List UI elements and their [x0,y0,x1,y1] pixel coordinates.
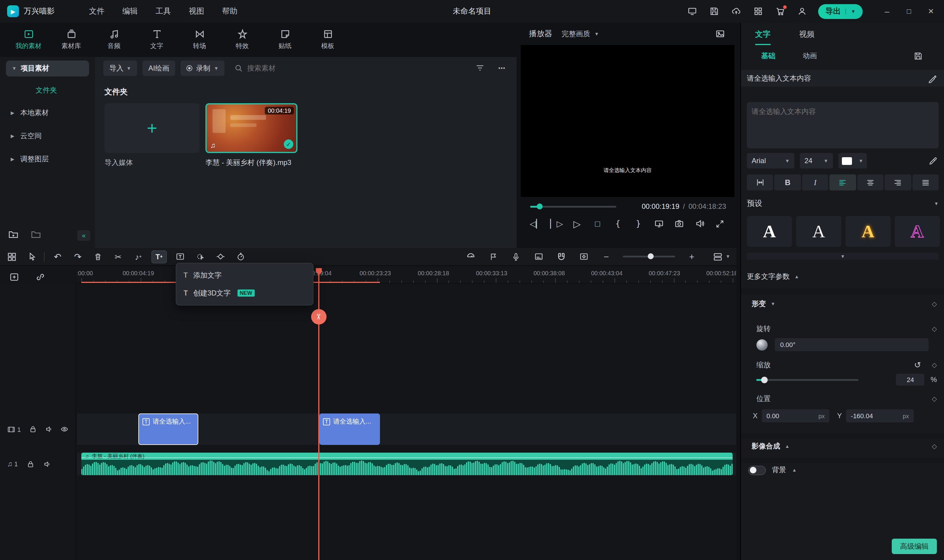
track-view-toggle[interactable]: ▼ [713,252,730,261]
zoom-in-icon[interactable]: + [686,250,697,263]
export-button[interactable]: 导出 ▼ [818,4,863,19]
sidebar-item-cloud[interactable]: ▶ 云空间 [0,128,95,143]
more-options-icon[interactable]: ⋯ [496,62,508,75]
add-track-icon[interactable] [8,271,20,283]
maximize-button[interactable]: □ [903,5,915,18]
collapse-up-icon[interactable]: ▲ [794,274,799,279]
eyedropper-icon[interactable] [927,154,939,167]
rotate-knob[interactable] [756,339,768,350]
rotate-keyframe-icon[interactable]: ◇ [932,325,937,333]
text-preset-2[interactable]: A [796,216,841,247]
scale-keyframe-icon[interactable]: ◇ [932,361,937,369]
advanced-edit-button[interactable]: 高级编辑 [892,538,937,554]
preview-canvas[interactable]: 请全选输入文本内容 [521,45,734,197]
align-justify-button[interactable] [912,174,939,191]
scale-reset-icon[interactable]: ↺ [912,358,924,371]
account-icon[interactable] [796,5,808,18]
add-text-icon[interactable]: T+ [151,250,167,263]
scale-slider[interactable] [756,379,859,380]
playback-progress-bar[interactable] [530,206,616,207]
volume-icon[interactable] [694,217,706,230]
position-y-input[interactable]: -160.04 px [846,409,914,422]
more-text-params-label[interactable]: 更多文字参数 [747,272,790,282]
mark-out-button[interactable]: } [632,217,644,230]
sidebar-item-project[interactable]: ▼ 项目素材 [6,60,89,77]
split-playhead-button[interactable]: ✂ [311,309,327,325]
subtab-animation[interactable]: 动画 [803,51,817,61]
import-media-tile[interactable]: + 导入媒体 [105,103,199,168]
sidebar-item-local[interactable]: ▶ 本地素材 [0,105,95,120]
undo-icon[interactable]: ↶ [52,250,63,263]
volume-envelope-line[interactable] [81,457,733,458]
compositing-keyframe-icon[interactable]: ◇ [932,443,937,450]
minimize-button[interactable]: – [881,5,893,18]
import-button[interactable]: 导入▼ [103,60,137,76]
tab-transitions[interactable]: 转场 [187,29,213,51]
subtitle-icon[interactable] [532,250,544,263]
font-size-select[interactable]: 24▼ [800,153,833,168]
tab-properties-text[interactable]: 文字 [755,29,771,40]
align-right-button[interactable] [885,174,911,191]
progress-handle[interactable] [537,203,543,209]
mark-in-button[interactable]: { [612,217,624,230]
text-preset-4[interactable]: A [895,216,940,247]
cloud-upload-icon[interactable] [730,5,742,18]
tab-stock-media[interactable]: 素材库 [58,29,84,51]
next-frame-button[interactable]: ▏▷ [551,217,563,230]
mirror-display-icon[interactable] [653,217,665,230]
voiceover-mic-icon[interactable] [510,250,522,263]
rotate-input[interactable]: 0.00° [775,338,929,351]
media-item-audio-file[interactable]: 00:04:19 ♫ ✓ 李慧 - 美丽乡村 (伴奏).mp3 [205,103,298,168]
folder-icon[interactable] [30,228,42,241]
filter-icon[interactable] [474,62,486,75]
redo-icon[interactable]: ↷ [72,250,84,263]
letter-spacing-button[interactable] [747,174,773,191]
mute-track-icon[interactable] [45,423,53,436]
tab-audio[interactable]: 音频 [101,29,127,51]
tab-my-media[interactable]: 我的素材 [15,29,42,51]
fullscreen-icon[interactable] [714,217,726,230]
select-cursor-icon[interactable] [26,250,38,263]
sidebar-item-adjust[interactable]: ▶ 调整图层 [0,151,95,167]
smart-cutout-icon[interactable] [194,250,206,263]
bold-button[interactable]: B [774,174,801,191]
collapse-sidebar-button[interactable]: « [77,230,90,241]
marker-flag-icon[interactable] [487,250,499,263]
save-preset-icon[interactable] [912,49,924,62]
menu-item-add-text[interactable]: T 添加文字 [176,266,313,284]
scale-value-input[interactable]: 24 [896,374,925,386]
lock-track-icon[interactable] [28,423,37,436]
scale-slider-handle[interactable] [761,376,768,383]
text-clip[interactable]: T 请全选输入... [319,414,380,445]
mute-track-icon[interactable] [43,457,51,471]
background-toggle[interactable] [748,465,766,475]
hide-track-icon[interactable] [60,423,69,436]
delete-icon[interactable] [92,250,104,263]
tab-effects[interactable]: 特效 [229,29,255,51]
split-scissors-icon[interactable]: ✂ [112,250,124,263]
search-input[interactable] [247,64,318,72]
save-project-icon[interactable] [708,5,720,18]
play-button[interactable]: ▷ [571,217,583,230]
text-preset-3[interactable]: A [845,216,890,247]
beat-detect-icon[interactable]: ♪+ [133,250,144,263]
render-preview-icon[interactable] [465,250,477,263]
zoom-slider-handle[interactable] [648,253,654,259]
compositing-section-label[interactable]: 影像合成 [752,442,780,451]
keyframe-icon[interactable] [214,250,226,263]
canvas-text-overlay[interactable]: 请全选输入文本内容 [521,167,734,174]
audio-clip[interactable]: ♫ 李慧 - 美丽乡村 (伴奏) [81,452,733,475]
display-mode-icon[interactable] [686,5,698,18]
apps-grid-icon[interactable] [752,5,764,18]
preset-collapse-icon[interactable]: ▼ [934,201,939,206]
collapse-up-icon[interactable]: ▲ [792,468,797,473]
align-center-button[interactable] [857,174,884,191]
ai-paint-button[interactable]: AI绘画 [142,60,176,76]
add-keyframe-icon[interactable] [578,250,589,263]
tab-stickers[interactable]: 贴纸 [272,29,298,51]
text-clip-selected[interactable]: T 请全选输入... [138,414,198,445]
position-x-input[interactable]: 0.00 px [762,409,830,422]
transform-section-label[interactable]: 形变 [752,299,766,309]
italic-button[interactable]: I [802,174,828,191]
ai-write-icon[interactable] [926,72,938,85]
